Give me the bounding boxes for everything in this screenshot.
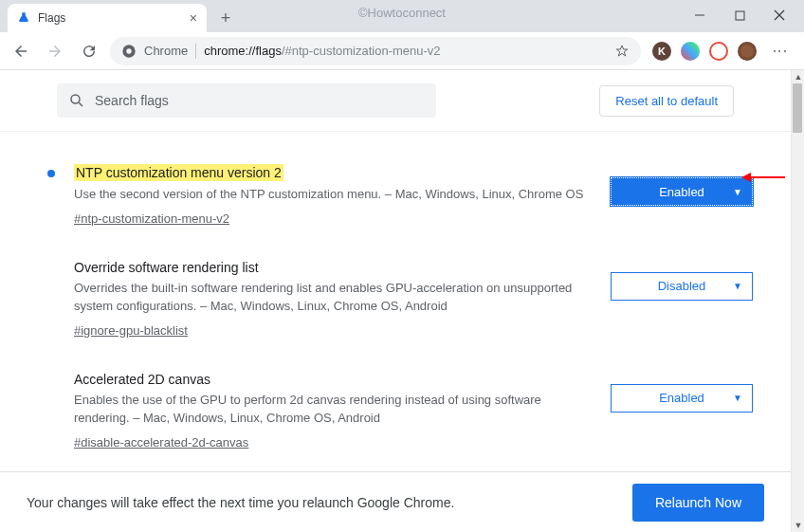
omnibox-divider [195,44,196,59]
flag-select-value: Disabled [658,279,706,293]
close-icon[interactable]: × [190,10,197,26]
reload-button[interactable] [76,38,102,64]
flag-select[interactable]: Enabled ▼ [611,384,753,413]
scrollbar-thumb[interactable] [793,83,802,133]
flag-text: NTP customization menu version 2 Use the… [74,164,592,227]
flag-select-value: Enabled [659,391,704,405]
svg-point-5 [126,48,131,53]
flask-icon [17,11,30,25]
scrollbar[interactable]: ▲ ▼ [791,70,804,532]
flag-item: Accelerated 2D canvas Enables the use of… [47,358,762,469]
extension-icons: K ⋮ [649,38,796,64]
new-tab-button[interactable]: + [212,5,239,31]
flag-select[interactable]: Enabled ▼ [611,177,753,206]
browser-tab[interactable]: Flags × [8,4,207,32]
flag-select[interactable]: Disabled ▼ [611,272,753,301]
window-titlebar: Flags × + ©Howtoconnect [0,0,804,32]
flag-control: Disabled ▼ [611,272,762,301]
flags-list: NTP customization menu version 2 Use the… [0,132,791,488]
relaunch-bar: Your changes will take effect the next t… [0,471,791,532]
browser-menu-button[interactable]: ⋮ [766,38,793,64]
bookmark-star-icon[interactable] [614,44,630,59]
search-row: Search flags Reset all to default [0,70,791,132]
maximize-button[interactable] [728,4,751,27]
flag-control: Enabled ▼ [611,177,762,206]
chrome-icon [121,44,137,59]
scroll-up-icon[interactable]: ▲ [792,70,804,83]
relaunch-text: Your changes will take effect the next t… [27,495,454,510]
window-close-button[interactable] [768,4,791,27]
extension-icon-2[interactable] [681,42,700,61]
chevron-down-icon: ▼ [733,281,742,291]
flag-select-value: Enabled [659,185,704,199]
scroll-area: Search flags Reset all to default NTP cu… [0,70,791,532]
url-host: chrome:// [204,44,255,58]
reset-button[interactable]: Reset all to default [599,85,734,117]
forward-button[interactable] [42,38,68,64]
address-bar[interactable]: Chrome chrome://flags/#ntp-customization… [110,37,641,65]
flag-description: Use the second version of the NTP custom… [74,185,592,204]
flag-description: Overrides the built-in software renderin… [74,279,592,316]
flag-title: Accelerated 2D canvas [74,372,210,387]
extension-icon-3[interactable] [709,42,728,61]
page-content: Search flags Reset all to default NTP cu… [0,70,804,532]
flag-item: Override software rendering list Overrid… [47,246,762,358]
profile-avatar[interactable] [738,42,757,61]
svg-rect-1 [736,11,744,20]
relaunch-button[interactable]: Relaunch Now [632,484,764,522]
search-placeholder: Search flags [95,93,169,108]
flag-text: Override software rendering list Overrid… [74,259,592,339]
url-bold: flags [255,44,281,58]
flag-title: NTP customization menu version 2 [74,164,283,181]
flag-anchor-link[interactable]: #disable-accelerated-2d-canvas [74,435,248,449]
flag-item: NTP customization menu version 2 Use the… [47,151,762,246]
url-path: /#ntp-customization-menu-v2 [282,44,441,58]
chevron-down-icon: ▼ [733,187,742,197]
search-icon [68,92,85,109]
flag-control: Enabled ▼ [611,384,762,413]
flag-description: Enables the use of the GPU to perform 2d… [74,391,592,428]
scheme-label: Chrome [144,44,188,58]
minimize-button[interactable] [688,4,711,27]
window-controls [688,4,800,27]
browser-toolbar: Chrome chrome://flags/#ntp-customization… [0,32,804,70]
flag-anchor-link[interactable]: #ntp-customization-menu-v2 [74,211,229,226]
back-button[interactable] [8,38,34,64]
svg-point-6 [71,95,80,103]
scroll-down-icon[interactable]: ▼ [792,519,804,532]
flag-bullet-icon [47,170,55,177]
tab-title: Flags [38,11,182,25]
search-input[interactable]: Search flags [57,83,436,118]
flag-text: Accelerated 2D canvas Enables the use of… [74,371,592,450]
svg-line-7 [79,102,82,106]
watermark-text: ©Howtoconnect [358,6,446,20]
flag-anchor-link[interactable]: #ignore-gpu-blacklist [74,323,188,338]
url-text: chrome://flags/#ntp-customization-menu-v… [204,44,440,58]
flag-title: Override software rendering list [74,260,259,275]
extension-icon-1[interactable]: K [652,42,671,61]
chevron-down-icon: ▼ [733,393,742,403]
